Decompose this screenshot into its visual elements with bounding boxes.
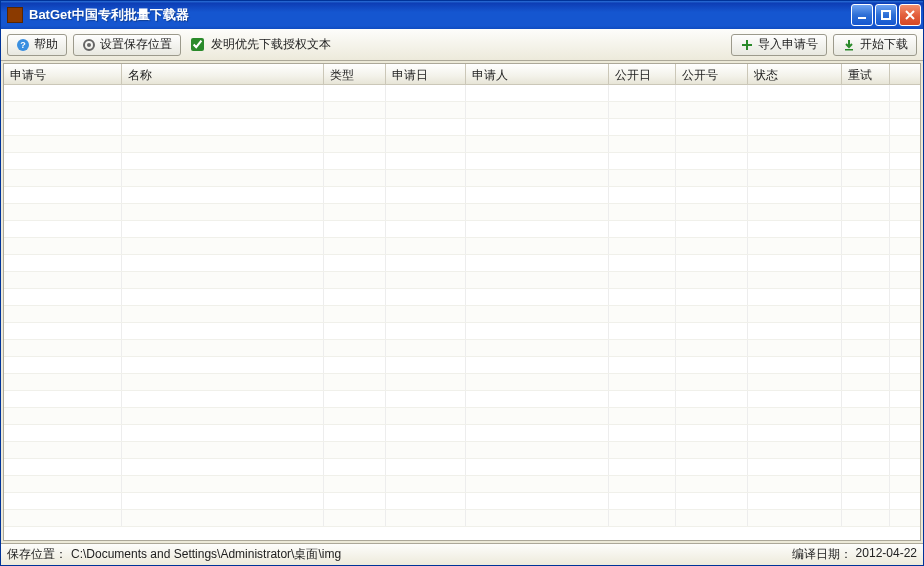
table-cell [609,374,676,390]
table-cell [676,136,748,152]
table-row[interactable] [4,136,920,153]
app-icon [7,7,23,23]
table-cell [4,493,122,509]
table-cell [122,357,324,373]
column-header-applicant[interactable]: 申请人 [466,64,609,84]
table-row[interactable] [4,493,920,510]
import-ids-button[interactable]: 导入申请号 [731,34,827,56]
table-cell [842,459,890,475]
table-cell [466,391,609,407]
table-row[interactable] [4,323,920,340]
table-cell [676,493,748,509]
table-row[interactable] [4,408,920,425]
table-row[interactable] [4,374,920,391]
table-cell [122,85,324,101]
table-row[interactable] [4,272,920,289]
grid-header: 申请号 名称 类型 申请日 申请人 公开日 公开号 状态 重试 [4,64,920,85]
table-row[interactable] [4,238,920,255]
table-cell [842,442,890,458]
table-cell [466,510,609,526]
table-cell [676,255,748,271]
table-cell [748,476,842,492]
maximize-button[interactable] [875,4,897,26]
table-cell [324,323,386,339]
column-header-type[interactable]: 类型 [324,64,386,84]
table-cell [4,442,122,458]
table-cell [748,170,842,186]
table-cell [466,374,609,390]
column-header-application-no[interactable]: 申请号 [4,64,122,84]
svg-rect-0 [858,17,866,19]
close-button[interactable] [899,4,921,26]
table-row[interactable] [4,153,920,170]
table-row[interactable] [4,221,920,238]
table-cell [324,493,386,509]
column-header-status[interactable]: 状态 [748,64,842,84]
table-cell [609,323,676,339]
column-header-publication-date[interactable]: 公开日 [609,64,676,84]
table-row[interactable] [4,340,920,357]
table-cell [748,357,842,373]
table-row[interactable] [4,510,920,527]
titlebar[interactable]: BatGet中国专利批量下载器 [1,1,923,29]
table-row[interactable] [4,85,920,102]
table-cell [4,391,122,407]
column-header-publication-no[interactable]: 公开号 [676,64,748,84]
table-cell [122,289,324,305]
table-cell [748,289,842,305]
priority-checkbox[interactable] [191,38,204,51]
table-row[interactable] [4,357,920,374]
column-header-application-date[interactable]: 申请日 [386,64,466,84]
table-cell [122,459,324,475]
help-button[interactable]: ? 帮助 [7,34,67,56]
table-row[interactable] [4,476,920,493]
table-cell [609,136,676,152]
grid-body[interactable] [4,85,920,540]
table-cell [466,119,609,135]
table-row[interactable] [4,204,920,221]
start-download-button[interactable]: 开始下载 [833,34,917,56]
table-cell [466,323,609,339]
column-header-name[interactable]: 名称 [122,64,324,84]
table-cell [609,391,676,407]
table-row[interactable] [4,391,920,408]
table-cell [386,187,466,203]
table-cell [842,204,890,220]
table-row[interactable] [4,255,920,272]
column-header-retry[interactable]: 重试 [842,64,890,84]
table-row[interactable] [4,187,920,204]
table-row[interactable] [4,306,920,323]
table-row[interactable] [4,170,920,187]
table-cell [842,221,890,237]
table-cell [466,255,609,271]
table-cell [4,204,122,220]
table-cell [842,391,890,407]
table-cell [386,306,466,322]
table-cell [842,408,890,424]
table-cell [609,493,676,509]
table-cell [748,442,842,458]
table-cell [386,85,466,101]
table-cell [466,408,609,424]
table-cell [676,85,748,101]
table-row[interactable] [4,102,920,119]
table-cell [122,170,324,186]
table-cell [609,170,676,186]
table-cell [676,204,748,220]
table-cell [4,340,122,356]
table-cell [676,476,748,492]
table-cell [324,136,386,152]
table-row[interactable] [4,289,920,306]
table-cell [122,102,324,118]
table-row[interactable] [4,425,920,442]
set-save-path-button[interactable]: 设置保存位置 [73,34,181,56]
table-row[interactable] [4,442,920,459]
table-row[interactable] [4,119,920,136]
table-cell [4,476,122,492]
minimize-button[interactable] [851,4,873,26]
priority-checkbox-wrap[interactable]: 发明优先下载授权文本 [187,35,331,54]
table-row[interactable] [4,459,920,476]
table-cell [609,119,676,135]
gear-icon [82,38,96,52]
maximize-icon [880,9,892,21]
